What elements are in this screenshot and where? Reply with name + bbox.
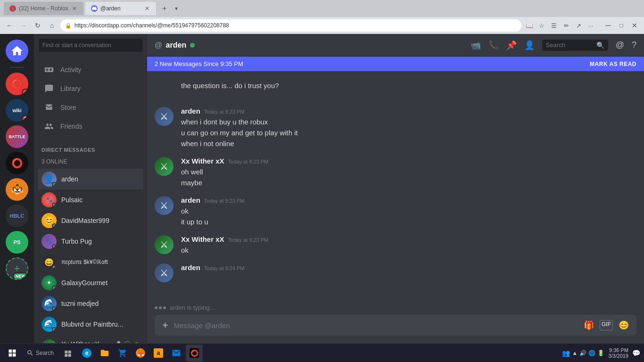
nav-item-friends-label: Friends [60, 123, 83, 130]
minimize-button[interactable]: ─ [603, 20, 614, 31]
chat-header-title: @ arden [155, 41, 195, 49]
dm-item-pulsaic[interactable]: 🐾 Pulsaic [38, 189, 143, 210]
bookmark-icon[interactable]: 📖 [524, 20, 535, 31]
emoji-button[interactable]: 😊 [619, 320, 629, 330]
new-messages-banner[interactable]: 2 New Messages Since 9:35 PM MARK AS REA… [147, 57, 644, 71]
taskbar: Search e 🦊 a ⭕ 👥 ▲ 🔊 🌐 [0, 343, 644, 362]
tab-nav-arrow[interactable]: ▾ [173, 5, 180, 12]
svg-rect-3 [13, 353, 16, 356]
header-search: 🔍 [542, 40, 608, 51]
server-icon-battle[interactable]: BATTLE [6, 125, 28, 148]
dm-name-neptune: πεptυπε $k¥©ℝαft [61, 259, 108, 265]
nav-item-friends[interactable]: Friends [39, 117, 142, 136]
pen-icon[interactable]: ✏ [561, 20, 571, 31]
forward-button[interactable]: → [18, 20, 29, 31]
server-sidebar: ⭕ wiki 2 BATTLE ⭕ 🐯 HBLC PS + [0, 34, 34, 343]
taskbar-start-button[interactable] [4, 345, 21, 362]
server-icon-new[interactable]: + NEW [6, 257, 28, 280]
taskbar-task-view-button[interactable] [59, 345, 76, 362]
message-input[interactable] [174, 316, 578, 335]
add-file-button[interactable]: + [162, 319, 168, 331]
message-timestamp: Today at 9:23 PM [228, 159, 269, 165]
message-content: Xx Wither xX Today at 9:23 PM oh well ma… [181, 157, 636, 189]
gift-icon[interactable]: 🎁 [584, 320, 594, 330]
tab-discord[interactable]: @arden ✕ [85, 2, 156, 15]
new-tab-button[interactable]: + [158, 2, 171, 15]
server-icon-roblox2[interactable]: ⭕ [6, 152, 28, 174]
lock-icon: 🔒 [65, 23, 72, 29]
maximize-button[interactable]: □ [616, 20, 627, 31]
dm-item-turbopug[interactable]: 🐾 Turbo Pug [38, 231, 143, 252]
tab-roblox-title: (32) Home - Roblox [19, 5, 68, 12]
at-mentions-icon[interactable]: @ [616, 40, 624, 50]
notification-icon[interactable]: 💬 [632, 349, 640, 357]
server-icon-roblox[interactable]: ⭕ [6, 73, 28, 95]
dm-item-galaxy[interactable]: ✦ GalaxyGourmet [38, 272, 143, 293]
discord-home-button[interactable] [6, 40, 28, 62]
dm-item-neptune[interactable]: 😄 πεptυπε $k¥©ℝαft [38, 252, 143, 272]
dm-item-arden[interactable]: 👤 arden [38, 169, 143, 189]
refresh-button[interactable]: ↻ [32, 20, 43, 31]
network-wifi-icon: 🌐 [588, 350, 595, 356]
server-icon-hblc[interactable]: HBLC [6, 205, 28, 227]
nav-item-library[interactable]: Library [39, 79, 142, 98]
message-author-line: arden Today at 9:23 PM [181, 107, 636, 115]
nav-item-store[interactable]: Store [39, 98, 142, 117]
taskbar-explorer-button[interactable] [96, 345, 113, 362]
browser-addressbar: ← → ↻ ⌂ 🔒 https://discordapp.com/channel… [0, 17, 644, 34]
mark-as-read-button[interactable]: MARK AS READ [590, 61, 636, 67]
at-symbol: @ [155, 41, 162, 49]
dm-search-input[interactable] [39, 39, 142, 52]
dm-item-tuzni[interactable]: 🌊 tuzni medjed [38, 293, 143, 314]
video-call-icon[interactable]: 📹 [471, 40, 481, 50]
dm-status-neptune [52, 265, 57, 270]
header-search-input[interactable] [546, 41, 594, 49]
address-bar[interactable]: 🔒 https://discordapp.com/channels/@me/55… [60, 19, 521, 32]
pin-icon[interactable]: 📌 [506, 40, 517, 50]
table-row: the question is... do i trust you? [147, 79, 644, 101]
svg-rect-1 [13, 349, 16, 353]
star-icon[interactable]: ☆ [537, 20, 547, 31]
taskbar-amazon-button[interactable]: a [150, 345, 167, 362]
battery-icon: 🔋 [597, 350, 604, 356]
close-button[interactable]: ✕ [629, 20, 640, 31]
taskbar-firefox-button[interactable]: 🦊 [132, 345, 149, 362]
server-icon-wiki[interactable]: wiki 2 [6, 99, 28, 122]
help-icon[interactable]: ? [632, 40, 636, 50]
dm-item-davidmaster[interactable]: 😊 DavidMaster999 [38, 210, 143, 231]
message-author-line: Xx Wither xX Today at 9:23 PM [181, 235, 636, 243]
tab-roblox[interactable]: 🎮 (32) Home - Roblox ✕ [4, 2, 83, 15]
message-content: the question is... do i trust you? [181, 81, 636, 99]
dm-item-blubvrd[interactable]: 🌊 Blubvrd or Paintbru... [38, 314, 143, 335]
svg-rect-0 [9, 349, 12, 353]
server-icon-section[interactable]: 🐯 [6, 178, 28, 201]
online-count: 3 ONLINE [34, 155, 147, 169]
nav-item-activity[interactable]: Activity [39, 60, 142, 79]
taskbar-clock: 9:36 PM 3/3/2019 [608, 347, 628, 359]
dm-name-galaxy: GalaxyGourmet [61, 279, 107, 287]
tab-roblox-close[interactable]: ✕ [71, 4, 78, 13]
server-icon-ps[interactable]: PS [6, 231, 28, 254]
dm-item-xwither[interactable]: ⚔ Xx Wither xX 🎤 🎧 ⚙ #0626 [38, 337, 143, 343]
taskbar-edge-button[interactable]: e [78, 345, 95, 362]
taskbar-search-button[interactable]: Search [23, 345, 58, 362]
tab-discord-close[interactable]: ✕ [144, 4, 150, 13]
reading-list-icon[interactable]: ☰ [549, 20, 559, 31]
share-icon[interactable]: ↗ [573, 20, 584, 31]
more-icon[interactable]: ··· [586, 20, 596, 31]
message-author: Xx Wither xX [181, 157, 224, 165]
dm-avatar-neptune: 😄 [41, 255, 57, 270]
home-button[interactable]: ⌂ [46, 20, 58, 31]
dm-avatar-tuzni: 🌊 [41, 296, 57, 311]
gif-button[interactable]: GIF [600, 320, 613, 330]
taskbar-roblox-button[interactable]: ⭕ [186, 345, 203, 362]
dm-status-pulsaic [52, 203, 57, 207]
taskbar-mail-button[interactable] [168, 345, 185, 362]
table-row: ⚔ arden Today at 9:23 PM ok it up to u [147, 194, 644, 230]
avatar: ⚔ [155, 107, 173, 126]
back-button[interactable]: ← [4, 20, 15, 31]
voice-call-icon[interactable]: 📞 [488, 40, 499, 50]
activity-icon [43, 64, 55, 75]
add-friend-icon[interactable]: 👤 [524, 40, 535, 50]
taskbar-store-button[interactable] [114, 345, 131, 362]
